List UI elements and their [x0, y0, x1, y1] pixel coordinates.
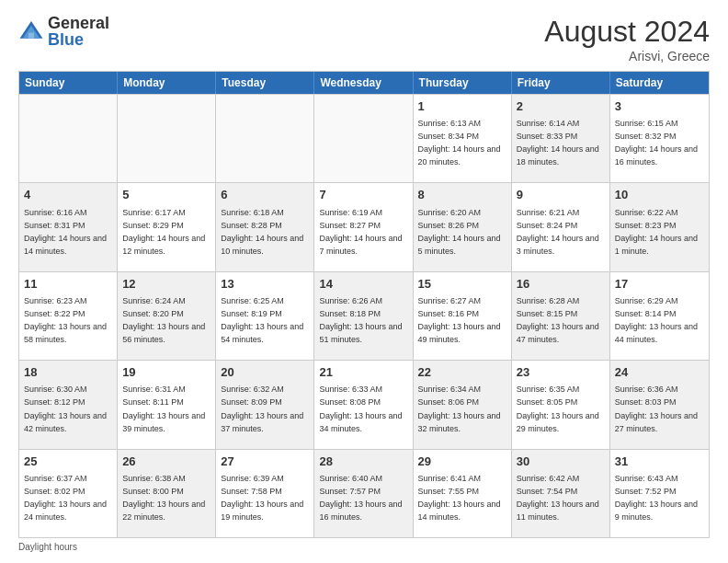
day-cell-10: 10Sunrise: 6:22 AMSunset: 8:23 PMDayligh…: [610, 183, 709, 270]
logo-general: General: [48, 15, 109, 31]
logo-blue: Blue: [48, 31, 109, 48]
day-cell-17: 17Sunrise: 6:29 AMSunset: 8:14 PMDayligh…: [610, 272, 709, 360]
week-row-3: 18Sunrise: 6:30 AMSunset: 8:12 PMDayligh…: [19, 360, 709, 448]
day-number: 14: [319, 276, 407, 293]
day-number: 7: [319, 187, 407, 203]
cell-info: Sunrise: 6:28 AMSunset: 8:15 PMDaylight:…: [517, 296, 599, 344]
day-number: 11: [24, 276, 112, 293]
cell-info: Sunrise: 6:21 AMSunset: 8:24 PMDaylight:…: [517, 208, 599, 256]
day-cell-4: 4Sunrise: 6:16 AMSunset: 8:31 PMDaylight…: [19, 183, 118, 270]
title-block: August 2024 Arisvi, Greece: [544, 15, 710, 63]
day-cell-29: 29Sunrise: 6:41 AMSunset: 7:55 PMDayligh…: [414, 450, 512, 537]
cell-info: Sunrise: 6:25 AMSunset: 8:19 PMDaylight:…: [221, 296, 303, 344]
day-cell-11: 11Sunrise: 6:23 AMSunset: 8:22 PMDayligh…: [19, 272, 118, 360]
day-of-week-tuesday: Tuesday: [216, 72, 314, 94]
cell-info: Sunrise: 6:16 AMSunset: 8:31 PMDaylight:…: [24, 208, 107, 256]
cell-info: Sunrise: 6:27 AMSunset: 8:16 PMDaylight:…: [418, 296, 501, 344]
day-cell-28: 28Sunrise: 6:40 AMSunset: 7:57 PMDayligh…: [314, 450, 413, 537]
day-cell-12: 12Sunrise: 6:24 AMSunset: 8:20 PMDayligh…: [118, 272, 216, 360]
day-cell-7: 7Sunrise: 6:19 AMSunset: 8:27 PMDaylight…: [314, 183, 413, 270]
day-number: 25: [24, 454, 112, 470]
daylight-label: Daylight hours: [18, 542, 77, 552]
cell-info: Sunrise: 6:13 AMSunset: 8:34 PMDaylight:…: [418, 119, 501, 167]
day-number: 3: [615, 98, 704, 115]
day-number: 1: [418, 98, 506, 115]
day-cell-23: 23Sunrise: 6:35 AMSunset: 8:05 PMDayligh…: [512, 361, 610, 448]
day-of-week-friday: Friday: [512, 72, 610, 94]
empty-cell: [118, 95, 216, 182]
day-number: 21: [319, 364, 407, 381]
cell-info: Sunrise: 6:36 AMSunset: 8:03 PMDaylight:…: [615, 385, 698, 432]
day-number: 2: [517, 98, 605, 115]
cell-info: Sunrise: 6:15 AMSunset: 8:32 PMDaylight:…: [615, 119, 698, 167]
day-cell-20: 20Sunrise: 6:32 AMSunset: 8:09 PMDayligh…: [216, 361, 314, 448]
day-cell-13: 13Sunrise: 6:25 AMSunset: 8:19 PMDayligh…: [216, 272, 314, 360]
day-number: 28: [319, 454, 407, 470]
empty-cell: [314, 95, 413, 182]
cell-info: Sunrise: 6:32 AMSunset: 8:09 PMDaylight:…: [221, 385, 303, 432]
cell-info: Sunrise: 6:22 AMSunset: 8:23 PMDaylight:…: [615, 208, 698, 256]
day-number: 26: [122, 454, 210, 470]
calendar-header: SundayMondayTuesdayWednesdayThursdayFrid…: [19, 72, 709, 94]
day-number: 22: [418, 364, 506, 381]
day-number: 29: [418, 454, 506, 470]
day-number: 27: [221, 454, 309, 470]
week-row-0: 1Sunrise: 6:13 AMSunset: 8:34 PMDaylight…: [19, 94, 709, 182]
logo-text: General Blue: [48, 15, 109, 48]
day-of-week-monday: Monday: [118, 72, 216, 94]
cell-info: Sunrise: 6:31 AMSunset: 8:11 PMDaylight:…: [122, 385, 205, 432]
month-year: August 2024: [544, 15, 710, 49]
svg-rect-2: [28, 33, 34, 39]
cell-info: Sunrise: 6:26 AMSunset: 8:18 PMDaylight:…: [319, 296, 402, 344]
cell-info: Sunrise: 6:39 AMSunset: 7:58 PMDaylight:…: [221, 474, 303, 522]
day-cell-8: 8Sunrise: 6:20 AMSunset: 8:26 PMDaylight…: [414, 183, 512, 270]
day-number: 5: [122, 187, 210, 203]
footer-note: Daylight hours: [18, 542, 710, 552]
day-cell-31: 31Sunrise: 6:43 AMSunset: 7:52 PMDayligh…: [610, 450, 709, 537]
cell-info: Sunrise: 6:17 AMSunset: 8:29 PMDaylight:…: [122, 208, 205, 256]
day-number: 18: [24, 364, 112, 381]
day-number: 17: [615, 276, 704, 293]
day-of-week-thursday: Thursday: [414, 72, 512, 94]
cell-info: Sunrise: 6:33 AMSunset: 8:08 PMDaylight:…: [319, 385, 402, 432]
cell-info: Sunrise: 6:43 AMSunset: 7:52 PMDaylight:…: [615, 474, 698, 522]
cell-info: Sunrise: 6:14 AMSunset: 8:33 PMDaylight:…: [517, 119, 599, 167]
day-cell-1: 1Sunrise: 6:13 AMSunset: 8:34 PMDaylight…: [414, 95, 512, 182]
day-cell-25: 25Sunrise: 6:37 AMSunset: 8:02 PMDayligh…: [19, 450, 118, 537]
day-number: 8: [418, 187, 506, 203]
day-number: 9: [517, 187, 605, 203]
cell-info: Sunrise: 6:34 AMSunset: 8:06 PMDaylight:…: [418, 385, 501, 432]
day-number: 30: [517, 454, 605, 470]
location: Arisvi, Greece: [544, 49, 710, 63]
day-number: 12: [122, 276, 210, 293]
logo: General Blue: [18, 15, 109, 48]
day-number: 15: [418, 276, 506, 293]
day-number: 10: [615, 187, 704, 203]
cell-info: Sunrise: 6:23 AMSunset: 8:22 PMDaylight:…: [24, 296, 107, 344]
day-cell-2: 2Sunrise: 6:14 AMSunset: 8:33 PMDaylight…: [512, 95, 610, 182]
day-number: 4: [24, 187, 112, 203]
day-number: 16: [517, 276, 605, 293]
page: General Blue August 2024 Arisvi, Greece …: [0, 0, 728, 563]
cell-info: Sunrise: 6:30 AMSunset: 8:12 PMDaylight:…: [24, 385, 107, 432]
day-number: 13: [221, 276, 309, 293]
day-number: 23: [517, 364, 605, 381]
logo-icon: [18, 18, 44, 44]
cell-info: Sunrise: 6:40 AMSunset: 7:57 PMDaylight:…: [319, 474, 402, 522]
cell-info: Sunrise: 6:18 AMSunset: 8:28 PMDaylight:…: [221, 208, 303, 256]
day-cell-5: 5Sunrise: 6:17 AMSunset: 8:29 PMDaylight…: [118, 183, 216, 270]
day-cell-26: 26Sunrise: 6:38 AMSunset: 8:00 PMDayligh…: [118, 450, 216, 537]
day-number: 31: [615, 454, 704, 470]
day-cell-30: 30Sunrise: 6:42 AMSunset: 7:54 PMDayligh…: [512, 450, 610, 537]
day-cell-21: 21Sunrise: 6:33 AMSunset: 8:08 PMDayligh…: [314, 361, 413, 448]
day-cell-24: 24Sunrise: 6:36 AMSunset: 8:03 PMDayligh…: [610, 361, 709, 448]
week-row-1: 4Sunrise: 6:16 AMSunset: 8:31 PMDaylight…: [19, 182, 709, 270]
cell-info: Sunrise: 6:29 AMSunset: 8:14 PMDaylight:…: [615, 296, 698, 344]
day-cell-9: 9Sunrise: 6:21 AMSunset: 8:24 PMDaylight…: [512, 183, 610, 270]
day-number: 6: [221, 187, 309, 203]
cell-info: Sunrise: 6:41 AMSunset: 7:55 PMDaylight:…: [418, 474, 501, 522]
day-cell-3: 3Sunrise: 6:15 AMSunset: 8:32 PMDaylight…: [610, 95, 709, 182]
cell-info: Sunrise: 6:24 AMSunset: 8:20 PMDaylight:…: [122, 296, 205, 344]
header: General Blue August 2024 Arisvi, Greece: [18, 15, 710, 63]
day-cell-14: 14Sunrise: 6:26 AMSunset: 8:18 PMDayligh…: [314, 272, 413, 360]
